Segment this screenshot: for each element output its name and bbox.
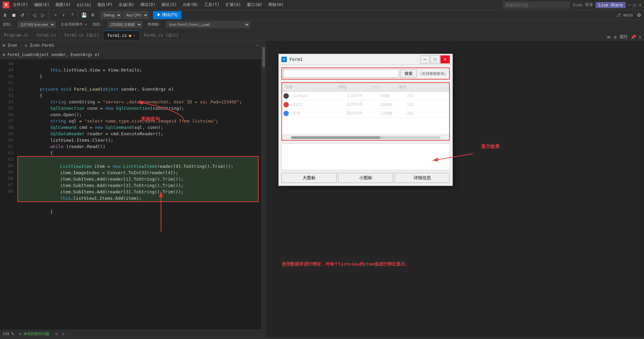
tab-settings-icon[interactable]: ⚙ [614, 35, 616, 40]
menu-view[interactable]: 视图(V) [53, 1, 73, 8]
form1-win-icon: ⊞ [281, 57, 287, 62]
forward-button[interactable]: ▷ [39, 11, 47, 19]
menu-git[interactable]: Git(G) [74, 2, 94, 8]
git-branch-icon[interactable]: ⎇ main [616, 13, 633, 17]
form1-hscrollbar[interactable]: ◁ ▷ [282, 135, 449, 140]
lv-col-type-header: 类型 [336, 84, 369, 91]
editor-header: ⊟ Icon › ↳ Icon.Form1 ⊕ [0, 40, 261, 50]
menu-file[interactable]: 文件(F) [10, 1, 31, 8]
save-all-button[interactable]: ⊞ [89, 11, 96, 19]
small-icon-button[interactable]: 小图标 [338, 173, 393, 183]
cpu-select[interactable]: Any CPU [123, 11, 149, 19]
window-maximize-icon[interactable]: □ [633, 2, 636, 7]
form1-body: 搜索 （支持模糊查询） 名称 类型 大小 修改 GutHub 工具软件 [279, 65, 452, 186]
list-item-date: 202 [404, 110, 449, 116]
code-content[interactable]: 48 49 50 51 52 53 54 55 56 57 58 59 60 6… [0, 59, 261, 330]
list-item[interactable]: 邮件 通信软件 120MB 202 [282, 109, 449, 118]
db-annotation-label: 使用数据库进行绑定，对每个listview的item值进行绑定显示。 [282, 261, 409, 267]
form1-search-input[interactable] [283, 69, 399, 78]
menu-analyze[interactable]: 分析(N) [180, 1, 201, 8]
thread-select[interactable]: [25308] 主线程 [108, 21, 142, 28]
tab-programcs-label: Program.cs [4, 33, 28, 38]
nav-left-icon[interactable]: ◁ [55, 332, 57, 336]
step-out-button[interactable]: ⇡ [68, 11, 76, 19]
tab-form2cs[interactable]: Form2.cs [33, 31, 60, 40]
tab-form1cs-design[interactable]: Form1.cs [设计] [140, 31, 183, 40]
extensions-icon[interactable]: ⚙ [636, 11, 643, 19]
bottom-tab-auto[interactable]: 自动窗口 [3, 338, 27, 339]
list-item-type: 工具软件 [344, 92, 377, 99]
stack-select[interactable]: Icon.Form1.Form1_Load [166, 21, 250, 28]
window-minimize-icon[interactable]: ─ [628, 2, 631, 7]
scrollbar-thumb[interactable] [262, 47, 265, 67]
bottom-tab-locals[interactable]: 局部变量 [27, 338, 51, 339]
restart-button[interactable]: ↺ [19, 11, 26, 19]
large-icon-button[interactable]: 大图标 [281, 173, 337, 183]
code-lines[interactable]: this.listView1.View = View.Details; } pr… [16, 59, 261, 330]
global-search-input[interactable] [503, 1, 570, 9]
form1-search-button[interactable]: 搜索 [400, 69, 417, 78]
step-over-button[interactable]: ⇢ [51, 11, 58, 19]
process-select[interactable]: [13740] Icon.exe [18, 21, 55, 28]
menu-test[interactable]: 测试(S) [159, 1, 179, 8]
stack-label: 堆栈帧: [148, 22, 161, 27]
login-button[interactable]: 登录 [585, 2, 593, 8]
method-header: ⊕ Form1_Load(object sender, EventArgs e) [0, 50, 261, 59]
display-arrow-svg [426, 147, 476, 167]
menu-debug[interactable]: 调试(D) [138, 1, 158, 8]
hscroll-right-btn[interactable]: ▷ [440, 135, 442, 140]
debug-mode-select[interactable]: Debug [101, 11, 122, 19]
details-button[interactable]: 详细信息 [394, 173, 450, 183]
toolbar: ⏸ ⏹ ↺ ◁ ▷ ⇢ ⇣ ⇡ 💾 ⊞ Debug Any CPU ▶ 继续(F… [0, 10, 644, 20]
menu-bar: M 文件(F) 编辑(E) 视图(V) Git(G) 项目(P) 生成(B) 调… [0, 0, 644, 10]
menu-tools[interactable]: 工具(T) [202, 1, 222, 8]
toolbar-sep-2 [49, 12, 49, 18]
file-selector[interactable]: ⊟ Icon [3, 43, 17, 48]
pin-icon[interactable]: 📌 [631, 35, 636, 40]
tab-close-icon[interactable]: ✕ [133, 34, 136, 37]
list-item[interactable]: GutHub 工具软件 56MB 202 [282, 92, 449, 100]
hscroll-thumb[interactable] [291, 136, 380, 139]
editor-statusbar: 115 % ⊘ 未找到相关问题 ◁ ▷ [0, 330, 261, 338]
list-item[interactable]: WIFI 应用程序 200MB 202 [282, 100, 449, 109]
menu-project[interactable]: 项目(P) [95, 1, 115, 8]
continue-button[interactable]: ▶ 继续(F5) [153, 11, 181, 19]
menu-build[interactable]: 生成(B) [116, 1, 137, 8]
menu-extensions[interactable]: 扩展(X) [223, 1, 244, 8]
stop-button[interactable]: ⏹ [10, 11, 17, 19]
tab-programcs[interactable]: Program.cs [0, 31, 33, 40]
tab-overflow-icon[interactable]: ≫ [606, 35, 611, 40]
list-item-name: GutHub [290, 93, 344, 99]
tab-form2cs-design[interactable]: Form2.cs [设计] [60, 31, 103, 40]
close-panel-icon[interactable]: ✕ [639, 35, 641, 40]
menu-help[interactable]: 帮助(H) [266, 1, 286, 8]
window-close-icon[interactable]: ✕ [639, 2, 641, 7]
form1-close-button[interactable]: ✕ [440, 55, 450, 63]
form1-maximize-button[interactable]: □ [430, 55, 440, 63]
bottom-panel: 自动窗口 局部变量 监视 1 搜索(Ctrl+E) 🔍 ← → 搜索深度: 3 … [0, 338, 644, 339]
menu-window[interactable]: 窗口(W) [244, 1, 265, 8]
bottom-tab-watch[interactable]: 监视 1 [51, 338, 72, 339]
form1-minimize-button[interactable]: ─ [420, 55, 430, 63]
lv-col-size-header: 大小 [369, 84, 396, 91]
step-into-button[interactable]: ⇣ [60, 11, 67, 19]
add-method-icon[interactable]: ⊕ [256, 43, 259, 48]
right-panel: ⊞ Form1 ─ □ ✕ 搜索 （支持模糊查询） 名称 [262, 40, 644, 338]
save-button[interactable]: 💾 [80, 11, 88, 19]
method-selector-2[interactable]: ⊕ Form1_Load(object sender, EventArgs e) [3, 52, 100, 57]
tab-form1cs-label: Form1.cs [108, 33, 127, 38]
live-share-button[interactable]: Live Share [596, 2, 625, 8]
editor-area: ⊟ Icon › ↳ Icon.Form1 ⊕ ⊕ Form1_Load(obj… [0, 40, 644, 338]
tab-form1cs[interactable]: Form1.cs ● ✕ [104, 31, 140, 40]
hscroll-left-btn[interactable]: ◁ [289, 135, 291, 140]
menu-edit[interactable]: 编辑(E) [32, 1, 52, 8]
list-item-name: 邮件 [290, 110, 344, 117]
code-editor: ⊟ Icon › ↳ Icon.Form1 ⊕ ⊕ Form1_Load(obj… [0, 40, 262, 338]
nav-right-icon[interactable]: ▷ [62, 332, 65, 336]
list-item-size: 120MB [377, 110, 404, 116]
error-indicator: ⊘ 未找到相关问题 [19, 331, 49, 336]
back-button[interactable]: ◁ [31, 11, 38, 19]
method-selector[interactable]: ↳ Icon.Form1 [25, 43, 54, 48]
pause-button[interactable]: ⏸ [1, 11, 9, 19]
form1-search-bar: 搜索 （支持模糊查询） [281, 67, 450, 80]
